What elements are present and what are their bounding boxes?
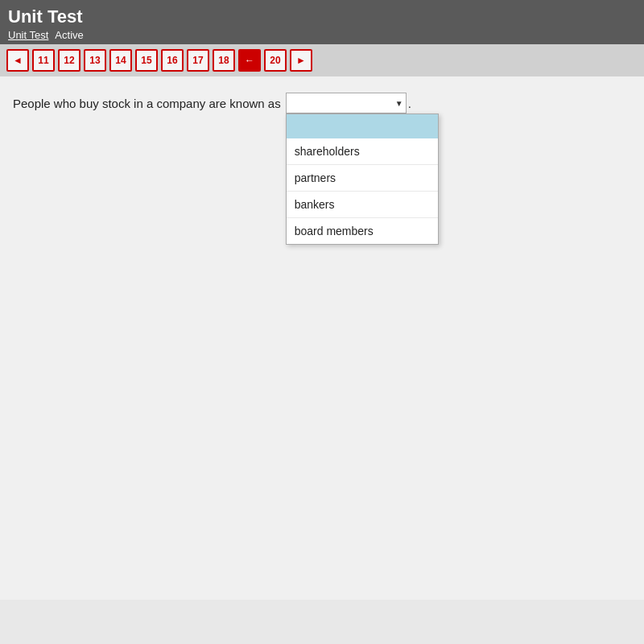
period: .	[408, 97, 411, 110]
dropdown-option-bankers[interactable]: bankers	[287, 192, 438, 218]
navigation-bar: ◄ 11 12 13 14 15 16 17 18 ← 20 ►	[0, 44, 644, 76]
page-12-button[interactable]: 12	[58, 49, 80, 72]
header: Unit Test Unit Test Active	[0, 0, 644, 44]
prev-button[interactable]: ◄	[6, 49, 29, 72]
next-button[interactable]: ►	[290, 49, 312, 72]
back-button[interactable]: ←	[238, 49, 261, 72]
breadcrumb-link[interactable]: Unit Test	[8, 29, 48, 41]
page-13-button[interactable]: 13	[84, 49, 106, 72]
page-16-button[interactable]: 16	[161, 49, 184, 72]
dropdown-option-shareholders[interactable]: shareholders	[287, 138, 438, 165]
breadcrumb: Unit Test Active	[8, 29, 636, 41]
page-17-button[interactable]: 17	[187, 49, 209, 72]
page-18-button[interactable]: 18	[213, 49, 235, 72]
page-11-button[interactable]: 11	[32, 49, 55, 72]
question-row: People who buy stock in a company are kn…	[13, 93, 631, 114]
question-text: People who buy stock in a company are kn…	[13, 97, 281, 110]
dropdown-option-board-members[interactable]: board members	[287, 218, 438, 244]
dropdown-option-partners[interactable]: partners	[287, 165, 438, 192]
page-15-button[interactable]: 15	[135, 49, 158, 72]
dropdown-open-list[interactable]: shareholders partners bankers board memb…	[286, 114, 439, 245]
breadcrumb-active: Active	[55, 29, 83, 41]
page-14-button[interactable]: 14	[109, 49, 132, 72]
content-area: People who buy stock in a company are kn…	[0, 76, 644, 600]
page-20-button[interactable]: 20	[264, 49, 287, 72]
dropdown-open-header	[287, 114, 438, 138]
answer-dropdown[interactable]: shareholders partners bankers board memb…	[286, 93, 407, 114]
page-title: Unit Test	[8, 6, 636, 27]
dropdown-container[interactable]: shareholders partners bankers board memb…	[286, 93, 407, 114]
